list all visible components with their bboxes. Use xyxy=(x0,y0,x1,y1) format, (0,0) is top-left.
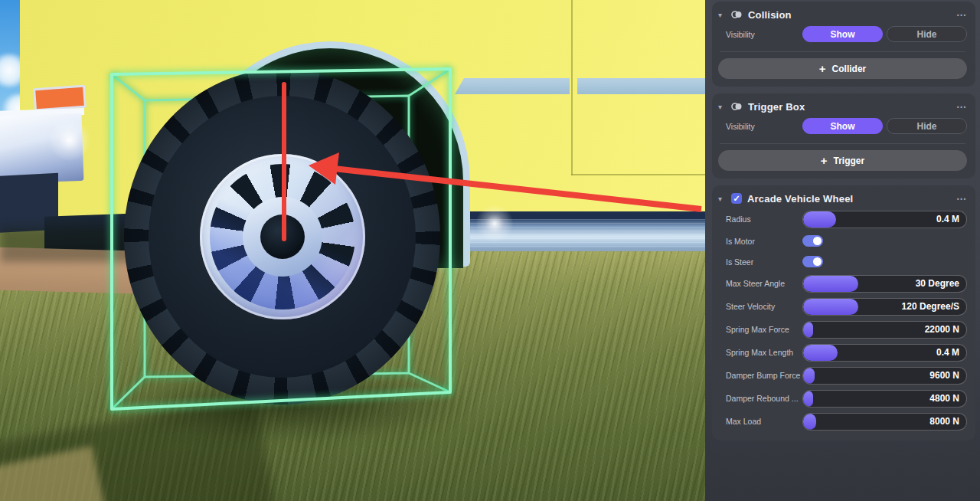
wheel-hub xyxy=(243,197,322,277)
section-trigger-box: ▾ Trigger Box ⋯ Visibility Show Hide + T… xyxy=(712,93,975,178)
max-load-slider[interactable]: 8000 N xyxy=(802,413,967,431)
lens-flare xyxy=(475,205,514,242)
visibility-label: Visibility xyxy=(718,122,802,131)
steer-velocity-slider[interactable]: 120 Degree/S xyxy=(802,298,967,316)
section-title: Trigger Box xyxy=(748,101,951,113)
side-marker-light xyxy=(33,85,87,112)
property-label: Radius xyxy=(718,214,802,224)
slider-fill xyxy=(803,391,813,407)
section-header: ▾ Trigger Box ⋯ xyxy=(718,97,967,116)
visibility-segmented-control: Show Hide xyxy=(802,118,967,134)
slider-value: 30 Degree xyxy=(916,278,959,289)
slider-value: 9600 N xyxy=(929,370,959,381)
section-collision: ▾ Collision ⋯ Visibility Show Hide + Col… xyxy=(712,2,975,87)
show-button[interactable]: Show xyxy=(802,26,883,42)
spring-max-force-slider[interactable]: 22000 N xyxy=(802,321,967,339)
property-row: Max Load 8000 N xyxy=(718,410,967,433)
property-row: Damper Bump Force 9600 N xyxy=(718,364,967,387)
ellipsis-menu-icon[interactable]: ⋯ xyxy=(956,9,967,21)
toggle-knob xyxy=(813,237,822,245)
property-label: Steer Velocity xyxy=(718,302,802,311)
property-label: Damper Rebound ... xyxy=(718,394,802,403)
property-row: Radius 0.4 M xyxy=(718,208,967,231)
property-row: Damper Rebound ... 4800 N xyxy=(718,387,967,410)
door-seam xyxy=(571,0,573,175)
wheel-hub-center xyxy=(260,214,305,259)
hide-button[interactable]: Hide xyxy=(887,26,967,42)
show-button[interactable]: Show xyxy=(802,118,883,134)
property-label: Max Steer Angle xyxy=(718,279,802,288)
wheel-spoke-shading xyxy=(210,164,355,309)
vehicle-stripe xyxy=(577,78,705,94)
property-label: Spring Max Force xyxy=(718,325,802,334)
section-header: ▾ ✓ Arcade Vehicle Wheel ⋯ xyxy=(718,189,967,208)
property-label: Is Motor xyxy=(718,237,802,246)
slider-value: 0.4 M xyxy=(936,347,959,358)
inspector-panel: ▾ Collision ⋯ Visibility Show Hide + Col… xyxy=(705,0,980,501)
divider xyxy=(720,51,965,52)
collision-shapes-icon xyxy=(731,102,743,111)
radius-slider[interactable]: 0.4 M xyxy=(802,211,967,228)
visibility-label: Visibility xyxy=(718,30,802,39)
is-steer-toggle[interactable] xyxy=(802,256,823,267)
slider-fill xyxy=(803,414,816,430)
slider-value: 4800 N xyxy=(929,393,959,404)
max-steer-angle-slider[interactable]: 30 Degree xyxy=(802,275,967,293)
section-title: Arcade Vehicle Wheel xyxy=(747,193,951,205)
toggle-knob xyxy=(813,257,822,266)
damper-bump-force-slider[interactable]: 9600 N xyxy=(802,367,967,385)
add-trigger-button[interactable]: + Trigger xyxy=(718,150,967,171)
slider-fill xyxy=(803,368,815,384)
caret-down-icon[interactable]: ▾ xyxy=(718,11,726,19)
ellipsis-menu-icon[interactable]: ⋯ xyxy=(956,193,967,205)
section-arcade-vehicle-wheel: ▾ ✓ Arcade Vehicle Wheel ⋯ Radius 0.4 M … xyxy=(712,185,975,440)
slider-fill xyxy=(803,276,858,292)
hide-button[interactable]: Hide xyxy=(887,118,967,134)
property-row: Spring Max Force 22000 N xyxy=(718,318,967,341)
collision-shapes-icon xyxy=(731,10,743,19)
visibility-segmented-control: Show Hide xyxy=(802,26,967,42)
lens-flare xyxy=(47,120,92,161)
wheel-spokes xyxy=(210,164,355,309)
section-title: Collision xyxy=(748,9,951,21)
property-row: Spring Max Length 0.4 M xyxy=(718,341,967,364)
component-enabled-checkbox[interactable]: ✓ xyxy=(731,193,742,204)
app-window: ▾ Collision ⋯ Visibility Show Hide + Col… xyxy=(0,0,980,501)
tire-sidewall xyxy=(149,96,416,378)
plus-icon: + xyxy=(821,155,828,166)
property-row: Steer Velocity 120 Degree/S xyxy=(718,295,967,318)
section-header: ▾ Collision ⋯ xyxy=(718,5,967,24)
vehicle-stripe xyxy=(455,78,570,94)
plus-icon: + xyxy=(819,63,826,74)
add-trigger-label: Trigger xyxy=(834,156,865,166)
add-collider-label: Collider xyxy=(832,64,867,74)
divider xyxy=(720,143,965,144)
property-label: Max Load xyxy=(718,417,802,426)
property-label: Damper Bump Force xyxy=(718,371,802,380)
visibility-row: Visibility Show Hide xyxy=(718,24,967,44)
slider-fill xyxy=(803,322,813,338)
slider-fill xyxy=(803,345,838,361)
wheel-rim xyxy=(200,154,365,319)
slider-fill xyxy=(803,299,858,315)
damper-rebound-slider[interactable]: 4800 N xyxy=(802,390,967,408)
slider-value: 120 Degree/S xyxy=(902,301,959,312)
slider-fill xyxy=(803,211,836,228)
property-row: Max Steer Angle 30 Degree xyxy=(718,272,967,295)
property-label: Spring Max Length xyxy=(718,348,802,357)
ellipsis-menu-icon[interactable]: ⋯ xyxy=(956,101,967,113)
slider-value: 0.4 M xyxy=(936,214,959,224)
caret-down-icon[interactable]: ▾ xyxy=(718,103,726,111)
caret-down-icon[interactable]: ▾ xyxy=(718,195,726,203)
add-collider-button[interactable]: + Collider xyxy=(718,58,967,79)
is-motor-toggle[interactable] xyxy=(802,235,823,247)
door-seam xyxy=(571,174,705,175)
scene-viewport[interactable] xyxy=(0,0,705,501)
property-row: Is Motor xyxy=(718,231,967,251)
visibility-row: Visibility Show Hide xyxy=(718,116,967,136)
slider-value: 22000 N xyxy=(925,324,959,335)
property-row: Is Steer xyxy=(718,251,967,272)
property-label: Is Steer xyxy=(718,257,802,267)
slider-value: 8000 N xyxy=(929,416,959,427)
spring-max-length-slider[interactable]: 0.4 M xyxy=(802,344,967,362)
